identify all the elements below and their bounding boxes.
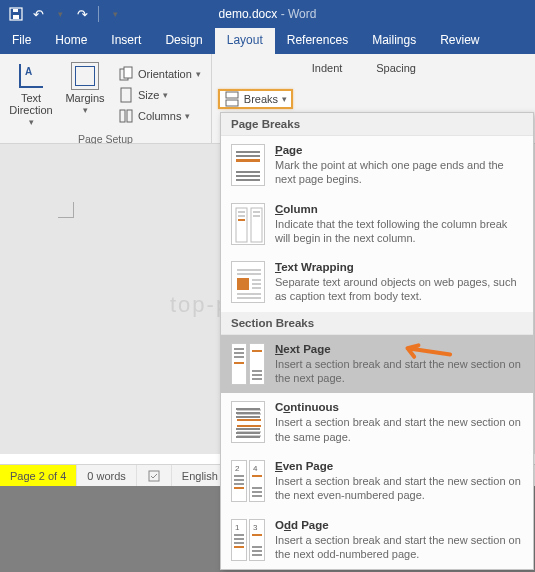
columns-button[interactable]: Columns▾ <box>114 106 205 126</box>
qat-customize-icon[interactable]: ▾ <box>105 4 125 24</box>
odd-page-icon: 1 3 <box>231 519 265 561</box>
column-break-icon <box>231 203 265 245</box>
svg-rect-2 <box>13 9 18 12</box>
svg-rect-9 <box>226 100 238 106</box>
columns-icon <box>118 108 134 124</box>
svg-rect-31 <box>149 471 159 481</box>
breaks-button[interactable]: Breaks▾ <box>218 89 293 109</box>
breaks-icon <box>224 91 240 107</box>
menu-item-even-page[interactable]: 2 4 Even Page Insert a section break and… <box>221 452 533 511</box>
window-title: demo.docx - Word <box>219 7 317 21</box>
continuous-icon <box>231 401 265 443</box>
page-corner <box>20 202 80 242</box>
text-direction-label: Text Direction <box>8 92 54 116</box>
section-breaks-header: Section Breaks <box>221 312 533 335</box>
continuous-desc: Insert a section break and start the new… <box>275 415 523 444</box>
svg-rect-8 <box>226 92 238 98</box>
columns-label: Columns <box>138 110 181 122</box>
page-number-status[interactable]: Page 2 of 4 <box>0 465 77 486</box>
text-wrapping-icon <box>231 261 265 303</box>
next-page-icon <box>231 343 265 385</box>
continuous-title: Continuous <box>275 401 523 413</box>
title-bar: ↶ ▾ ↷ ▾ demo.docx - Word <box>0 0 535 28</box>
menu-item-next-page[interactable]: Next Page Insert a section break and sta… <box>221 335 533 394</box>
even-page-icon: 2 4 <box>231 460 265 502</box>
orientation-button[interactable]: Orientation▾ <box>114 64 205 84</box>
even-page-title: Even Page <box>275 460 523 472</box>
orientation-icon <box>118 66 134 82</box>
even-page-desc: Insert a section break and start the new… <box>275 474 523 503</box>
size-button[interactable]: Size▾ <box>114 85 205 105</box>
svg-rect-4 <box>124 67 132 78</box>
svg-rect-19 <box>237 278 249 290</box>
save-icon[interactable] <box>6 4 26 24</box>
size-label: Size <box>138 89 159 101</box>
odd-page-title: Odd Page <box>275 519 523 531</box>
text-direction-icon <box>17 62 45 90</box>
tab-review[interactable]: Review <box>428 28 491 54</box>
text-wrapping-desc: Separate text around objects on web page… <box>275 275 523 304</box>
menu-item-page[interactable]: Page Mark the point at which one page en… <box>221 136 533 195</box>
size-icon <box>118 87 134 103</box>
page-total: of 4 <box>48 470 66 482</box>
margins-button[interactable]: Margins ▾ <box>60 58 110 132</box>
ribbon-tabs: File Home Insert Design Layout Reference… <box>0 28 535 54</box>
svg-rect-1 <box>13 15 19 19</box>
page-setup-group: Text Direction ▾ Margins ▾ Orientation▾ … <box>0 54 212 143</box>
quick-access-toolbar: ↶ ▾ ↷ ▾ <box>0 4 125 24</box>
menu-item-column[interactable]: Column Indicate that the text following … <box>221 195 533 254</box>
app-name: Word <box>288 7 316 21</box>
menu-item-text-wrapping[interactable]: Text Wrapping Separate text around objec… <box>221 253 533 312</box>
tab-home[interactable]: Home <box>43 28 99 54</box>
redo-icon[interactable]: ↷ <box>72 4 92 24</box>
margins-icon <box>71 62 99 90</box>
page-breaks-header: Page Breaks <box>221 113 533 136</box>
page-break-icon <box>231 144 265 186</box>
margins-label: Margins <box>65 92 104 104</box>
spell-check-icon[interactable] <box>137 465 172 486</box>
odd-page-desc: Insert a section break and start the new… <box>275 533 523 562</box>
word-count-status[interactable]: 0 words <box>77 465 137 486</box>
menu-item-continuous[interactable]: Continuous Insert a section break and st… <box>221 393 533 452</box>
orientation-label: Orientation <box>138 68 192 80</box>
svg-rect-10 <box>236 208 247 242</box>
tab-insert[interactable]: Insert <box>99 28 153 54</box>
undo-more-icon[interactable]: ▾ <box>50 4 70 24</box>
breaks-label: Breaks <box>244 93 278 105</box>
page-desc: Mark the point at which one page ends an… <box>275 158 523 187</box>
svg-rect-6 <box>120 110 125 122</box>
undo-icon[interactable]: ↶ <box>28 4 48 24</box>
column-desc: Indicate that the text following the col… <box>275 217 523 246</box>
tab-mailings[interactable]: Mailings <box>360 28 428 54</box>
tab-design[interactable]: Design <box>153 28 214 54</box>
svg-rect-11 <box>251 208 262 242</box>
svg-rect-7 <box>127 110 132 122</box>
page-title: Page <box>275 144 523 156</box>
tab-references[interactable]: References <box>275 28 360 54</box>
menu-item-odd-page[interactable]: 1 3 Odd Page Insert a section break and … <box>221 511 533 570</box>
column-title: Column <box>275 203 523 215</box>
breaks-dropdown: Page Breaks Page Mark the point at which… <box>220 112 534 570</box>
page-current: Page 2 <box>10 470 45 482</box>
tab-file[interactable]: File <box>0 28 43 54</box>
text-wrapping-title: Text Wrapping <box>275 261 523 273</box>
svg-rect-5 <box>121 88 131 102</box>
document-name: demo.docx <box>219 7 278 21</box>
text-direction-button[interactable]: Text Direction ▾ <box>6 58 56 132</box>
tab-layout[interactable]: Layout <box>215 28 275 54</box>
